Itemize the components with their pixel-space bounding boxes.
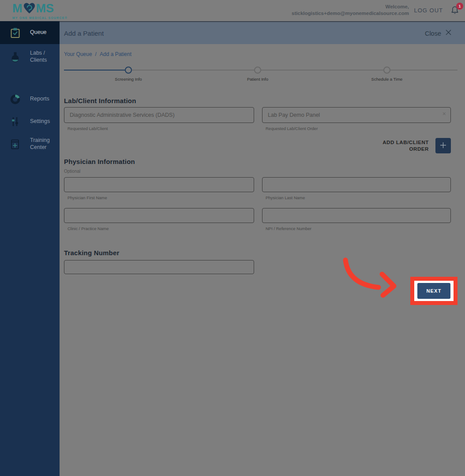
user-email: sticklogistics+demo@myonemedicalsource.c… [292,10,409,17]
logout-button[interactable]: LOG OUT [414,7,443,14]
breadcrumb-add-a-patient[interactable]: Add a Patient [100,51,131,57]
breadcrumb: Your Queue / Add a Patient [64,51,131,57]
requested-lab-client-input[interactable] [64,107,254,123]
step-circle-screening-info [125,67,132,74]
sidebar-item-queue[interactable]: Queue [0,21,60,44]
tracking-number-input[interactable] [64,260,254,274]
bell-icon [450,10,460,17]
sliders-icon [0,116,30,127]
physician-first-name-input[interactable] [64,177,254,192]
notification-badge: 1 [456,3,463,10]
lab-client-section-heading: Lab/Client Information [64,97,136,104]
clipboard-check-icon [0,27,30,38]
requested-lab-client-order-field: × Requested Lab/Client Order [262,107,451,123]
add-lab-client-order-label: ADD LAB/CLIENT ORDER [382,139,429,152]
close-icon [445,29,452,37]
field-label: Requested Lab/Client Order [266,126,451,131]
sidebar-item-reports[interactable]: Reports [0,88,60,111]
welcome-label: Welcome, [292,4,409,10]
modal-header: Add a Patient Close [60,21,465,44]
tracking-number-field [64,260,254,274]
clinic-practice-name-field: Clinic / Practice Name [64,208,254,223]
npi-reference-number-field: NPI / Reference Number [262,208,451,223]
plus-icon [439,141,447,150]
optional-label: Optional [64,169,80,174]
stepper-progress [64,70,126,71]
npi-reference-number-input[interactable] [262,208,451,223]
logo-text-end: MS [36,3,54,15]
welcome-block: Welcome, sticklogistics+demo@myonemedica… [292,4,409,17]
step-label: Patient Info [222,77,293,82]
physician-last-name-input[interactable] [262,177,451,192]
sidebar-nav: Queue Labs / Clients Reports [0,21,60,476]
step-label: Screening Info [93,77,164,82]
sidebar-item-training-center[interactable]: Training Center [0,133,60,156]
breadcrumb-separator: / [95,51,97,57]
sidebar-item-settings[interactable]: Settings [0,110,60,133]
sidebar-item-label: Queue [30,29,58,36]
sidebar-item-label: Reports [30,96,58,103]
clear-order-icon[interactable]: × [442,111,446,117]
logo-tagline: MY ONE MEDICAL SOURCE® [12,16,61,19]
close-button[interactable]: Close [425,29,452,37]
field-label: Physician First Name [68,195,254,200]
requested-lab-client-order-input[interactable] [262,107,451,123]
training-book-icon [0,139,30,150]
field-label: NPI / Reference Number [266,226,451,231]
close-label: Close [425,30,441,37]
add-patient-form: Your Queue / Add a Patient Screening Inf… [60,44,465,476]
field-label: Requested Lab/Client [68,126,254,131]
sidebar-item-label: Training Center [30,137,58,151]
tracking-section-heading: Tracking Number [64,249,120,257]
add-order-plus-button[interactable] [435,138,451,153]
sidebar-item-labs-clients[interactable]: Labs / Clients [0,45,60,68]
physician-last-name-field: Physician Last Name [262,177,451,192]
physician-section-heading: Physician Information [64,158,135,165]
step-circle-patient-info [254,67,261,74]
breadcrumb-your-queue[interactable]: Your Queue [64,51,92,57]
top-header: M MS MY ONE MEDICAL SOURCE® Welcome, sti… [0,0,465,21]
modal-title: Add a Patient [64,30,104,37]
flask-icon [0,52,30,63]
moms-logo: M MS MY ONE MEDICAL SOURCE® [12,2,61,19]
heart-arrow-icon [23,2,36,16]
clinic-practice-name-input[interactable] [64,208,254,223]
sidebar-item-label: Settings [30,118,58,125]
notifications-button[interactable]: 1 [450,5,460,16]
sidebar-item-label: Labs / Clients [30,50,58,63]
physician-first-name-field: Physician First Name [64,177,254,192]
logo-text-start: M [12,3,22,15]
add-lab-client-order-button[interactable]: ADD LAB/CLIENT ORDER [382,138,451,153]
field-label: Clinic / Practice Name [68,226,254,231]
next-button[interactable]: NEXT [417,283,450,299]
annotation-highlight-box: NEXT [410,277,458,305]
field-label: Physician Last Name [266,195,451,200]
step-label: Schedule a Time [352,77,422,82]
requested-lab-client-field: Requested Lab/Client [64,107,254,123]
step-circle-schedule-a-time [383,67,390,74]
donut-chart-icon [0,94,30,104]
